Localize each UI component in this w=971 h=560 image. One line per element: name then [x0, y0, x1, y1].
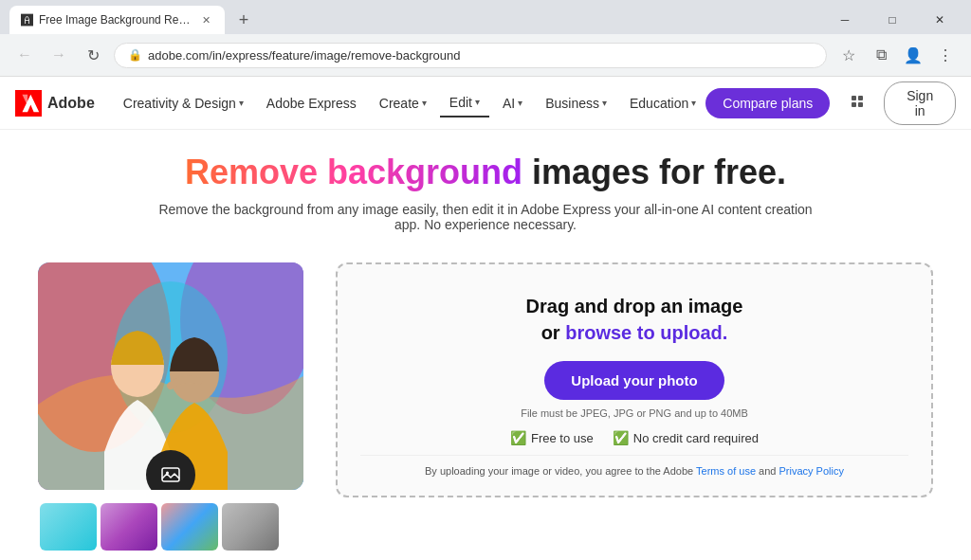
chevron-down-icon: ▾	[422, 98, 427, 108]
drag-drop-line2: or	[541, 322, 566, 343]
minimize-button[interactable]: ─	[823, 6, 867, 34]
active-tab[interactable]: 🅰 Free Image Background Remo... ✕	[9, 6, 225, 34]
tab-close-btn[interactable]: ✕	[198, 12, 213, 27]
menu-icon[interactable]: ⋮	[931, 41, 960, 69]
no-credit-card-feature: ✅ No credit card required	[613, 430, 759, 445]
checkmark-icon: ✅	[613, 430, 629, 445]
svg-rect-2	[858, 96, 863, 100]
nav-create-label: Create	[379, 96, 419, 111]
upload-drop-zone[interactable]: Drag and drop an image or browse to uplo…	[336, 262, 933, 497]
lock-icon: 🔒	[128, 48, 142, 62]
nav-business[interactable]: Business ▾	[536, 90, 616, 117]
nav-edit-label: Edit	[449, 95, 472, 110]
upload-photo-button[interactable]: Upload your photo	[544, 361, 724, 400]
upload-column: Drag and drop an image or browse to uplo…	[336, 262, 933, 497]
demo-main-image	[38, 262, 303, 490]
chevron-down-icon: ▾	[518, 98, 522, 108]
hero-title-gradient: Remove background	[185, 153, 522, 191]
address-bar: ← → ↻ 🔒 adobe.com/in/express/feature/ima…	[0, 34, 971, 76]
close-button[interactable]: ✕	[918, 6, 962, 34]
url-bar[interactable]: 🔒 adobe.com/in/express/feature/image/rem…	[114, 43, 827, 68]
browse-link[interactable]: browse to upload.	[565, 322, 727, 343]
tab-bar: 🅰 Free Image Background Remo... ✕ + ─ □ …	[0, 0, 971, 34]
svg-rect-11	[162, 468, 179, 481]
nav-creativity-design[interactable]: Creativity & Design ▾	[114, 90, 253, 117]
features-row: ✅ Free to use ✅ No credit card required	[360, 430, 908, 445]
nav-adobe-express[interactable]: Adobe Express	[257, 90, 366, 117]
svg-rect-4	[858, 102, 863, 107]
chevron-down-icon: ▾	[602, 98, 607, 108]
thumbnail-strip	[38, 503, 313, 551]
file-note: File must be JPEG, JPG or PNG and up to …	[360, 407, 908, 419]
compare-plans-button[interactable]: Compare plans	[705, 88, 830, 118]
demo-section: Drag and drop an image or browse to uplo…	[38, 262, 933, 551]
window-controls: ─ □ ✕	[823, 6, 962, 34]
chevron-down-icon: ▾	[691, 98, 696, 108]
nav-adobe-express-label: Adobe Express	[266, 96, 357, 111]
adobe-logo-icon	[15, 90, 42, 117]
browser-chrome: 🅰 Free Image Background Remo... ✕ + ─ □ …	[0, 0, 971, 77]
privacy-policy-link[interactable]: Privacy Policy	[779, 465, 843, 477]
svg-rect-1	[852, 96, 856, 100]
hero-subtitle: Remove the background from any image eas…	[154, 202, 817, 232]
hero-section: Remove background images for free. Remov…	[38, 130, 933, 247]
tab-favicon-icon: 🅰	[21, 13, 33, 27]
no-credit-card-label: No credit card required	[633, 431, 759, 445]
chevron-down-icon: ▾	[475, 97, 480, 107]
nav-business-label: Business	[545, 96, 599, 111]
drag-drop-title: Drag and drop an image or browse to uplo…	[360, 293, 908, 346]
thumbnail-3[interactable]	[161, 503, 218, 551]
adobe-logo[interactable]: Adobe	[15, 90, 95, 117]
nav-create[interactable]: Create ▾	[370, 90, 436, 117]
checkmark-icon: ✅	[510, 430, 526, 445]
hero-title: Remove background images for free.	[38, 153, 933, 192]
reload-button[interactable]: ↻	[80, 42, 106, 68]
drag-drop-line1: Drag and drop an image	[526, 296, 743, 316]
tab-label: Free Image Background Remo...	[39, 13, 191, 27]
new-tab-button[interactable]: +	[230, 7, 257, 33]
main-nav: Creativity & Design ▾ Adobe Express Crea…	[114, 89, 705, 117]
thumbnail-2[interactable]	[101, 503, 157, 551]
maximize-button[interactable]: □	[870, 6, 914, 34]
nav-ai-label: AI	[503, 96, 515, 111]
nav-creativity-design-label: Creativity & Design	[123, 96, 236, 111]
svg-rect-3	[852, 102, 856, 107]
hero-title-rest: images for free.	[522, 153, 786, 191]
nav-edit[interactable]: Edit ▾	[440, 89, 489, 117]
extensions-icon[interactable]: ⧉	[867, 41, 895, 69]
nav-education[interactable]: Education ▾	[620, 90, 705, 117]
address-icons: ☆ ⧉ 👤 ⋮	[834, 41, 960, 69]
adobe-header: Adobe Creativity & Design ▾ Adobe Expres…	[0, 77, 971, 130]
url-text: adobe.com/in/express/feature/image/remov…	[148, 48, 813, 63]
profile-icon[interactable]: 👤	[899, 41, 927, 69]
back-button[interactable]: ←	[11, 42, 38, 68]
nav-ai[interactable]: AI ▾	[493, 90, 532, 117]
terms-of-use-link[interactable]: Terms of use	[696, 465, 756, 477]
chevron-down-icon: ▾	[239, 98, 244, 108]
thumbnail-1[interactable]	[40, 503, 97, 551]
footer-note-text: By uploading your image or video, you ag…	[425, 465, 696, 477]
main-content: Remove background images for free. Remov…	[0, 130, 971, 560]
forward-button[interactable]: →	[46, 42, 72, 68]
adobe-logo-text: Adobe	[47, 95, 95, 112]
header-right: Sign in	[845, 81, 956, 125]
free-to-use-feature: ✅ Free to use	[510, 430, 594, 445]
bookmark-icon[interactable]: ☆	[834, 41, 863, 69]
demo-image-column	[38, 262, 313, 551]
nav-education-label: Education	[630, 96, 688, 111]
apps-grid-icon[interactable]	[845, 89, 872, 117]
sign-in-button[interactable]: Sign in	[884, 81, 956, 125]
free-to-use-label: Free to use	[531, 431, 594, 445]
upload-footer-note: By uploading your image or video, you ag…	[360, 455, 908, 477]
footer-and-text: and	[759, 465, 779, 477]
thumbnail-4[interactable]	[222, 503, 279, 551]
